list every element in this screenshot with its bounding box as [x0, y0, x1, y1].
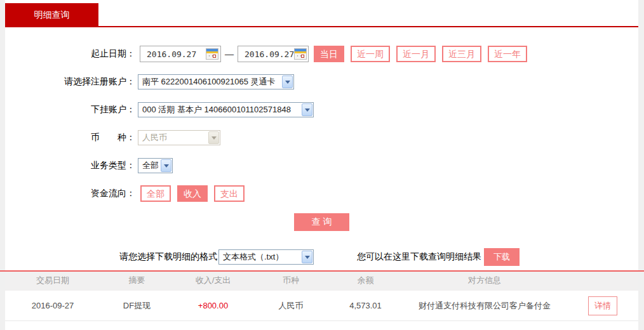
cell-counterparty: 财付通支付科技有限公司客户备付金 [402, 300, 567, 312]
fund-direction-label: 资金流向： [5, 188, 135, 199]
start-date-input[interactable]: 2016.09.27 [140, 46, 221, 62]
cell-summary: DF提现 [100, 300, 173, 312]
registered-account-row: 请选择注册账户： 南平 6222001406100921065 灵通卡 [5, 74, 638, 90]
header-trade-date: 交易日期 [5, 275, 100, 286]
fund-direction-row: 资金流向： 全部 收入 支出 [5, 185, 638, 202]
download-row: 请您选择下载明细的格式 文本格式（.txt） 您可以在这里下载查询明细结果 下载 [119, 249, 638, 265]
currency-select: 人民币 [138, 130, 220, 145]
download-hint: 您可以在这里下载查询明细结果 [357, 251, 481, 263]
direction-all-button[interactable]: 全部 [140, 185, 171, 202]
download-button[interactable]: 下载 [484, 248, 520, 266]
cell-trade-date: 2016-09-27 [5, 301, 100, 310]
tab-bar: 明细查询 [5, 0, 638, 27]
header-counterparty: 对方信息 [402, 275, 567, 286]
currency-row: 币 种： 人民币 [5, 129, 638, 146]
header-income-expense: 收入/支出 [173, 275, 253, 286]
header-currency: 币种 [253, 275, 329, 286]
date-range-separator: — [225, 49, 234, 59]
business-type-label: 业务类型： [5, 160, 135, 171]
chevron-down-icon[interactable] [302, 251, 312, 263]
download-format-select[interactable]: 文本格式（.txt） [218, 249, 314, 265]
quick-range-month-button[interactable]: 近一月 [396, 46, 436, 62]
detail-query-panel: 明细查询 起止日期： 2016.09.27 — 2016.09.27 当日 近一… [5, 0, 638, 330]
end-date-input[interactable]: 2016.09.27 [238, 46, 309, 62]
chevron-down-icon[interactable] [161, 159, 171, 172]
table-top-divider [0, 270, 644, 272]
business-type-row: 业务类型： 全部 [5, 157, 638, 174]
table-header-row: 交易日期 摘要 收入/支出 币种 余额 对方信息 [5, 270, 638, 291]
sub-account-row: 下挂账户： 000 活期 基本户 1406600101102571848 [5, 102, 638, 118]
date-range-label: 起止日期： [5, 48, 135, 60]
chevron-down-icon [208, 131, 219, 144]
sub-account-value: 000 活期 基本户 1406600101102571848 [142, 104, 291, 116]
registered-account-value: 南平 6222001406100921065 灵通卡 [142, 76, 276, 88]
direction-expense-button[interactable]: 支出 [214, 185, 245, 202]
registered-account-label: 请选择注册账户： [5, 76, 135, 88]
query-form: 起止日期： 2016.09.27 — 2016.09.27 当日 近一周 近一月… [5, 27, 638, 265]
registered-account-select[interactable]: 南平 6222001406100921065 灵通卡 [138, 74, 294, 89]
header-summary: 摘要 [100, 275, 173, 286]
sub-account-label: 下挂账户： [5, 104, 135, 116]
query-button[interactable]: 查询 [294, 213, 349, 231]
direction-income-button[interactable]: 收入 [177, 185, 208, 202]
detail-button[interactable]: 详情 [588, 296, 617, 315]
start-date-value: 2016.09.27 [147, 50, 196, 59]
chevron-down-icon[interactable] [282, 76, 293, 88]
cell-balance: 4,573.01 [329, 301, 402, 310]
calendar-icon[interactable] [294, 48, 307, 60]
sub-account-select[interactable]: 000 活期 基本户 1406600101102571848 [138, 102, 314, 117]
calendar-icon[interactable] [206, 48, 218, 60]
quick-range-quarter-button[interactable]: 近三月 [442, 46, 481, 62]
quick-range-year-button[interactable]: 近一年 [488, 46, 527, 62]
tab-detail-query[interactable]: 明细查询 [5, 3, 98, 27]
currency-label: 币 种： [5, 132, 135, 143]
download-format-value: 文本格式（.txt） [223, 251, 283, 263]
chevron-down-icon[interactable] [302, 103, 312, 116]
end-date-value: 2016.09.27 [245, 50, 294, 59]
business-type-value: 全部 [142, 160, 158, 171]
cell-amount: +800.00 [173, 301, 253, 310]
business-type-select[interactable]: 全部 [138, 158, 173, 173]
download-format-label: 请您选择下载明细的格式 [119, 251, 217, 263]
cell-currency: 人民币 [253, 300, 329, 312]
currency-value: 人民币 [142, 132, 167, 143]
result-table: 交易日期 摘要 收入/支出 币种 余额 对方信息 2016-09-27 DF提现… [5, 270, 638, 321]
quick-range-week-button[interactable]: 近一周 [351, 46, 390, 62]
table-row: 2016-09-27 DF提现 +800.00 人民币 4,573.01 财付通… [5, 291, 638, 321]
date-range-row: 起止日期： 2016.09.27 — 2016.09.27 当日 近一周 近一月… [5, 46, 638, 62]
quick-range-today-button[interactable]: 当日 [314, 46, 344, 62]
header-balance: 余额 [329, 275, 402, 286]
